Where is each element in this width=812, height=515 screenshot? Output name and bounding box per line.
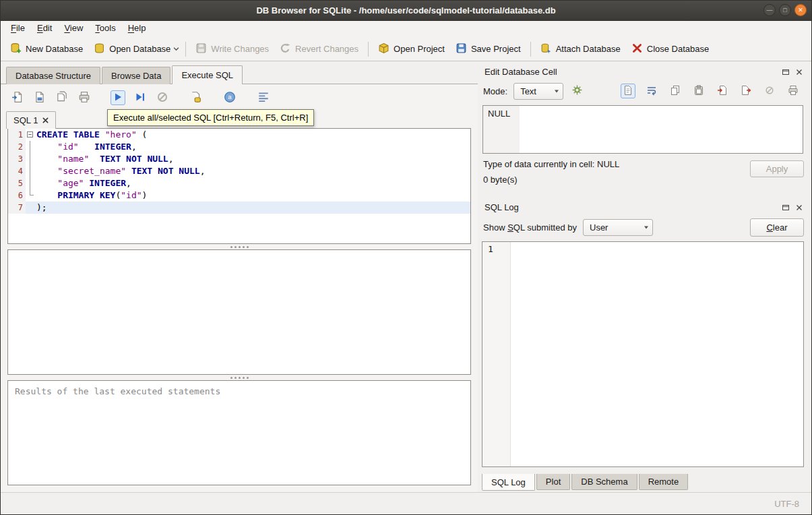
close-database-label: Close Database bbox=[647, 44, 710, 54]
execute-all-button[interactable] bbox=[111, 90, 125, 105]
auto-format-button[interactable] bbox=[256, 90, 271, 105]
fold-margin bbox=[26, 165, 35, 177]
line-number: 1 bbox=[8, 129, 26, 141]
left-pane: Database Structure Browse Data Execute S… bbox=[1, 61, 478, 492]
minimize-button[interactable]: ― bbox=[763, 4, 776, 16]
fold-margin[interactable]: − bbox=[26, 129, 35, 141]
cell-value-editor[interactable]: NULL bbox=[482, 105, 803, 154]
editor-line[interactable]: 5 "age" INTEGER, bbox=[8, 177, 470, 189]
close-dock-icon[interactable] bbox=[794, 203, 804, 212]
revert-changes-icon bbox=[280, 42, 291, 56]
log-filter-combobox[interactable]: User bbox=[583, 219, 653, 236]
print-sql-button[interactable] bbox=[77, 90, 92, 105]
close-database-icon bbox=[631, 42, 643, 56]
menu-help[interactable]: Help bbox=[122, 21, 152, 37]
encoding-indicator[interactable]: UTF-8 bbox=[774, 499, 799, 509]
close-button[interactable]: ✕ bbox=[794, 4, 807, 16]
float-dock-icon[interactable] bbox=[781, 203, 790, 212]
chevron-down-icon bbox=[644, 226, 648, 229]
menu-view[interactable]: View bbox=[58, 21, 89, 37]
revert-changes-label: Revert Changes bbox=[295, 44, 358, 54]
line-number: 2 bbox=[8, 141, 26, 153]
tab-execute-sql[interactable]: Execute SQL bbox=[172, 65, 243, 84]
editor-line[interactable]: 6 PRIMARY KEY("id") bbox=[8, 189, 470, 202]
new-database-label: New Database bbox=[26, 44, 83, 54]
open-sql-file-button[interactable] bbox=[10, 90, 25, 105]
splitter-handle[interactable] bbox=[1, 375, 478, 380]
editor-line[interactable]: 3 "name" TEXT NOT NULL, bbox=[8, 153, 470, 165]
export-results-button[interactable] bbox=[189, 90, 204, 105]
word-wrap-button[interactable] bbox=[644, 84, 659, 98]
execute-current-line-button[interactable] bbox=[133, 90, 148, 105]
paste-cell-button[interactable] bbox=[691, 84, 706, 98]
tab-db-schema[interactable]: DB Schema bbox=[571, 474, 637, 490]
splitter-handle[interactable] bbox=[1, 244, 478, 249]
line-number: 6 bbox=[8, 189, 26, 202]
tab-sql-log[interactable]: SQL Log bbox=[482, 474, 535, 491]
edit-cell-mode-row: Mode: Text bbox=[480, 80, 805, 102]
sql-toolbar: a bbox=[1, 84, 478, 111]
log-filter-value: User bbox=[590, 222, 608, 233]
cell-info-block: Type of data currently in cell: NULL 0 b… bbox=[480, 158, 805, 197]
content-area: Database Structure Browse Data Execute S… bbox=[1, 61, 811, 492]
tab-browse-data[interactable]: Browse Data bbox=[102, 67, 170, 84]
titlebar[interactable]: DB Browser for SQLite - /home/user/code/… bbox=[1, 1, 811, 21]
code-text: ); bbox=[35, 202, 470, 214]
open-project-button[interactable]: Open Project bbox=[373, 39, 450, 59]
editor-line[interactable]: 7); bbox=[8, 202, 470, 214]
text-document-icon bbox=[623, 85, 633, 98]
save-sql-as-icon bbox=[56, 91, 68, 105]
tab-remote[interactable]: Remote bbox=[639, 474, 689, 490]
float-dock-icon[interactable] bbox=[781, 67, 790, 77]
fold-margin bbox=[26, 141, 35, 153]
write-changes-button: Write Changes bbox=[190, 39, 274, 59]
sql-log-area[interactable]: 1 bbox=[482, 241, 804, 467]
text-mode-toggle-button[interactable] bbox=[621, 84, 635, 98]
find-replace-button[interactable]: a bbox=[222, 90, 237, 105]
open-database-button[interactable]: Open Database bbox=[88, 39, 176, 59]
save-sql-file-button[interactable] bbox=[32, 90, 47, 105]
tab-plot[interactable]: Plot bbox=[536, 474, 570, 490]
sql-editor-lines: 1−CREATE TABLE "hero" (2 "id" INTEGER,3 … bbox=[8, 129, 470, 214]
menu-edit[interactable]: Edit bbox=[31, 21, 58, 37]
open-project-label: Open Project bbox=[394, 44, 445, 54]
results-grid[interactable] bbox=[7, 249, 471, 375]
main-toolbar: New Database Open Database Write Changes… bbox=[1, 37, 811, 61]
import-cell-data-button[interactable] bbox=[715, 84, 730, 98]
export-results-icon bbox=[190, 91, 202, 105]
close-database-button[interactable]: Close Database bbox=[626, 39, 715, 59]
new-database-button[interactable]: New Database bbox=[5, 39, 88, 59]
open-database-dropdown[interactable] bbox=[173, 42, 181, 55]
attach-database-icon bbox=[540, 42, 552, 56]
editor-line[interactable]: 2 "id" INTEGER, bbox=[8, 141, 470, 153]
clear-log-button[interactable]: Clear bbox=[750, 218, 804, 237]
close-tab-icon[interactable] bbox=[42, 115, 49, 125]
close-dock-icon[interactable] bbox=[794, 67, 804, 77]
code-text: CREATE TABLE "hero" ( bbox=[35, 129, 470, 141]
copy-cell-button[interactable] bbox=[668, 84, 683, 98]
sql-editor[interactable]: 1−CREATE TABLE "hero" (2 "id" INTEGER,3 … bbox=[7, 128, 471, 244]
editor-line[interactable]: 1−CREATE TABLE "hero" ( bbox=[8, 129, 470, 141]
mode-combobox[interactable]: Text bbox=[513, 83, 563, 100]
editor-line[interactable]: 4 "secret_name" TEXT NOT NULL, bbox=[8, 165, 470, 177]
edit-cell-toolbar bbox=[621, 84, 803, 98]
toolbar-separator bbox=[368, 42, 369, 57]
sql-doc-tab[interactable]: SQL 1 bbox=[6, 111, 56, 129]
write-changes-icon bbox=[195, 42, 207, 56]
menu-file[interactable]: File bbox=[5, 21, 31, 37]
export-cell-data-button[interactable] bbox=[739, 84, 753, 98]
log-line-number: 1 bbox=[482, 242, 511, 466]
save-project-label: Save Project bbox=[471, 44, 521, 54]
maximize-button[interactable]: □ bbox=[779, 4, 791, 16]
main-tabbar: Database Structure Browse Data Execute S… bbox=[1, 65, 478, 84]
set-null-button[interactable] bbox=[762, 84, 777, 98]
save-sql-as-button[interactable] bbox=[55, 90, 69, 105]
print-cell-button[interactable] bbox=[786, 84, 801, 98]
tab-database-structure[interactable]: Database Structure bbox=[6, 67, 100, 84]
window-controls: ― □ ✕ bbox=[763, 4, 807, 16]
sql-log-controls: Show SQL submitted by User Clear bbox=[480, 215, 805, 239]
menu-tools[interactable]: Tools bbox=[89, 21, 121, 37]
auto-switch-mode-button[interactable] bbox=[569, 84, 584, 98]
attach-database-button[interactable]: Attach Database bbox=[535, 39, 626, 59]
save-project-button[interactable]: Save Project bbox=[450, 39, 526, 59]
